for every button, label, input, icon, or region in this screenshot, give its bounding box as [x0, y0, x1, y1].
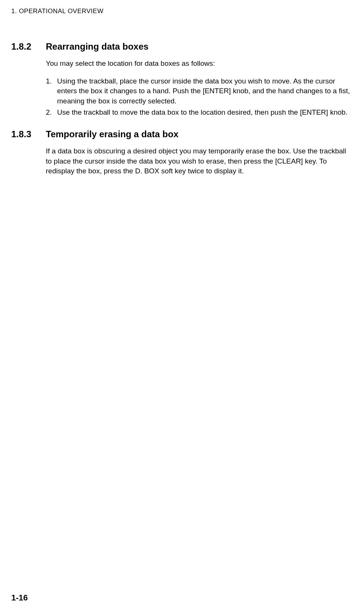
page-header: 1. OPERATIONAL OVERVIEW — [11, 8, 353, 15]
ordered-list: Using the trackball, place the cursor in… — [46, 76, 353, 118]
list-text: Use the trackball to move the data box t… — [57, 108, 353, 118]
section-heading: 1.8.3 Temporarily erasing a data box — [11, 129, 353, 139]
page-number: 1-16 — [11, 593, 28, 603]
section-heading: 1.8.2 Rearranging data boxes — [11, 41, 353, 52]
section-number: 1.8.2 — [11, 41, 46, 52]
section-body: You may select the location for data box… — [46, 59, 353, 118]
list-text: Using the trackball, place the cursor in… — [57, 76, 353, 106]
section-1-8-2: 1.8.2 Rearranging data boxes You may sel… — [11, 41, 353, 118]
section-number: 1.8.3 — [11, 129, 46, 139]
list-item: Using the trackball, place the cursor in… — [46, 76, 353, 106]
intro-text: You may select the location for data box… — [46, 59, 353, 69]
section-body: If a data box is obscuring a desired obj… — [46, 146, 353, 176]
section-title: Rearranging data boxes — [46, 41, 148, 52]
section-1-8-3: 1.8.3 Temporarily erasing a data box If … — [11, 129, 353, 176]
list-item: Use the trackball to move the data box t… — [46, 108, 353, 118]
section-title: Temporarily erasing a data box — [46, 129, 178, 139]
body-text: If a data box is obscuring a desired obj… — [46, 146, 353, 176]
